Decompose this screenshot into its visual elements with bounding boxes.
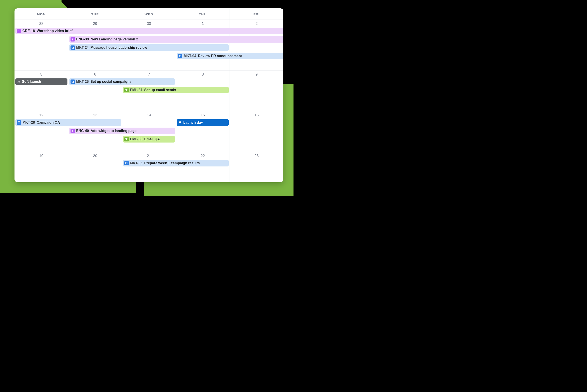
box-icon: [178, 54, 182, 58]
day-number: 1: [176, 22, 230, 26]
event-bar[interactable]: ENG-40Add widget to landing page: [69, 128, 175, 134]
event-bar[interactable]: MKT-28Campaign QA: [15, 119, 121, 126]
day-number: 29: [68, 22, 122, 26]
ship-icon: [17, 80, 21, 84]
event-title: Workshop video brief: [37, 29, 73, 33]
weekday-header: MON: [15, 8, 68, 20]
day-number: 6: [68, 72, 122, 77]
day-cell[interactable]: 22: [176, 152, 230, 182]
event-key: MKT-28: [23, 121, 35, 124]
event-title: Campaign QA: [37, 121, 60, 124]
day-number: 12: [15, 113, 68, 118]
bolt-icon: [71, 37, 75, 42]
svg-rect-4: [126, 162, 127, 164]
day-number: 13: [68, 113, 122, 118]
gem-icon: [124, 137, 129, 142]
gem-icon: [124, 88, 129, 92]
box-icon: [71, 46, 75, 50]
event-title: Set up social campaigns: [91, 80, 132, 84]
day-number: 16: [230, 113, 283, 118]
bolt-icon: [17, 29, 21, 33]
day-number: 21: [122, 154, 176, 158]
day-cell[interactable]: 20: [68, 152, 122, 182]
event-title: Prepare week 1 campaign results: [144, 162, 200, 165]
event-key: MKT-95: [130, 162, 143, 165]
weekday-header: FRI: [230, 8, 283, 20]
calendar-week: 56789Soft launchMKT-25Set up social camp…: [15, 70, 283, 111]
event-title: Launch day: [183, 121, 203, 124]
event-title: Review PR announcement: [198, 54, 242, 58]
day-cell[interactable]: 19: [15, 152, 68, 182]
weekday-header: WED: [122, 8, 176, 20]
event-bar[interactable]: MKT-24Message house leadership review: [69, 44, 229, 51]
event-title: New Landing page version 2: [91, 38, 138, 41]
weekday-header: THU: [176, 8, 230, 20]
day-cell[interactable]: 28: [15, 20, 68, 70]
day-number: 8: [176, 72, 230, 77]
event-key: ENG-39: [76, 38, 89, 41]
calendar-panel: MON TUE WED THU FRI 28293012CRE-18Worksh…: [15, 8, 283, 182]
event-key: EML-88: [130, 138, 143, 141]
day-cell[interactable]: 16: [230, 111, 283, 152]
day-number: 20: [68, 154, 122, 158]
day-cell[interactable]: 23: [230, 152, 283, 182]
day-cell[interactable]: 15: [176, 111, 230, 152]
event-bar[interactable]: Soft launch: [15, 78, 68, 85]
event-key: EML-87: [130, 88, 143, 92]
event-bar[interactable]: EML-87Set up email sends: [123, 87, 229, 93]
svg-rect-0: [72, 47, 74, 48]
day-number: 14: [122, 113, 176, 118]
box-icon: [17, 120, 21, 125]
day-number: 7: [122, 72, 176, 77]
day-number: 5: [15, 72, 68, 77]
day-number: 19: [15, 154, 68, 158]
calendar-week: 1920212223MKT-95Prepare week 1 campaign …: [15, 152, 283, 182]
day-cell[interactable]: 5: [15, 70, 68, 111]
event-title: Message house leadership review: [91, 46, 147, 50]
day-cell[interactable]: 9: [230, 70, 283, 111]
day-number: 2: [230, 22, 283, 26]
day-number: 30: [122, 22, 176, 26]
svg-rect-3: [18, 122, 20, 124]
event-title: Set up email sends: [144, 88, 176, 92]
event-bar[interactable]: MKT-94Review PR announcement: [177, 53, 283, 59]
calendar-header: MON TUE WED THU FRI: [15, 8, 283, 20]
calendar-week: 28293012CRE-18Workshop video briefENG-39…: [15, 20, 283, 70]
event-key: CRE-18: [23, 29, 35, 33]
event-bar[interactable]: ENG-39New Landing page version 2: [69, 36, 283, 42]
day-number: 9: [230, 72, 283, 77]
event-key: MKT-25: [76, 80, 89, 84]
event-bar[interactable]: EML-88Email QA: [123, 136, 175, 142]
day-cell[interactable]: 6: [68, 70, 122, 111]
rocket-icon: [178, 120, 182, 125]
event-key: MKT-24: [76, 46, 89, 50]
day-number: 28: [15, 22, 68, 26]
box-icon: [124, 161, 129, 165]
event-title: Soft launch: [22, 80, 41, 84]
event-bar[interactable]: MKT-25Set up social campaigns: [69, 78, 175, 85]
svg-rect-2: [72, 81, 74, 83]
day-cells: 1920212223: [15, 152, 283, 182]
event-title: Email QA: [144, 138, 160, 141]
event-bar[interactable]: Launch day: [177, 119, 229, 126]
day-cell[interactable]: 2: [230, 20, 283, 70]
calendar-week: 1213141516MKT-28Campaign QALaunch dayENG…: [15, 111, 283, 152]
calendar-weeks: 28293012CRE-18Workshop video briefENG-39…: [15, 20, 283, 182]
bolt-icon: [71, 129, 75, 133]
event-title: Add widget to landing page: [91, 129, 137, 133]
box-icon: [71, 80, 75, 84]
weekday-header: TUE: [68, 8, 122, 20]
event-bar[interactable]: MKT-95Prepare week 1 campaign results: [123, 160, 229, 166]
day-number: 22: [176, 154, 230, 158]
event-key: MKT-94: [184, 54, 196, 58]
day-cell[interactable]: 12: [15, 111, 68, 152]
svg-rect-1: [180, 55, 181, 57]
day-cell[interactable]: 21: [122, 152, 176, 182]
event-bar[interactable]: CRE-18Workshop video brief: [15, 28, 283, 34]
day-number: 15: [176, 113, 230, 118]
event-key: ENG-40: [76, 129, 89, 133]
day-number: 23: [230, 154, 283, 158]
